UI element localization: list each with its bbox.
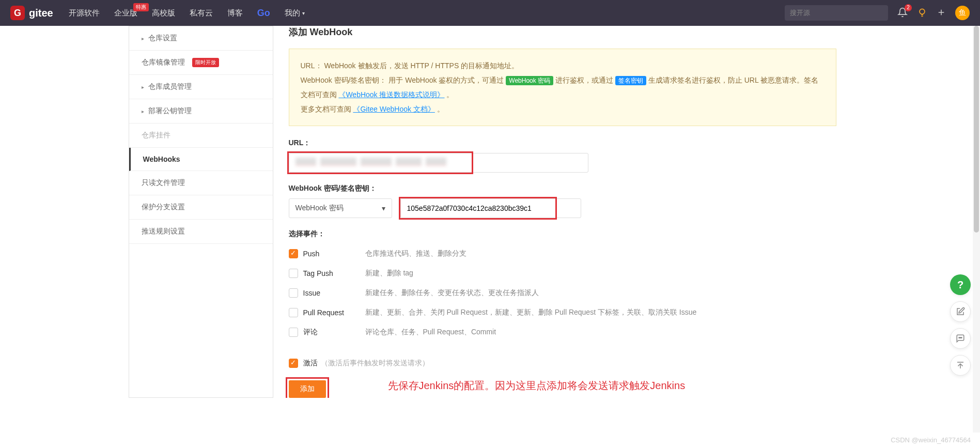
sidebar-item-protected-branches[interactable]: 保护分支设置 (129, 195, 273, 220)
sidebar-item-label: 仓库成员管理 (148, 82, 192, 91)
add-button[interactable]: 添加 (289, 380, 326, 398)
content: 添加 WebHook URL： WebHook 被触发后，发送 HTTP / H… (273, 26, 852, 398)
caret-right-icon: ▸ (142, 109, 144, 114)
plus-icon[interactable] (937, 8, 946, 19)
bell-icon[interactable]: 2 (897, 7, 908, 19)
events-label: 选择事件： (289, 229, 836, 239)
url-group: URL： (289, 138, 836, 173)
nav-enterprise-badge: 特惠 (133, 3, 149, 11)
event-name: Push (303, 250, 365, 258)
activate-row: 激活 （激活后事件触发时将发送请求） (289, 353, 836, 373)
logo[interactable]: G gitee (10, 6, 53, 20)
sidebar: ▸ 仓库设置 仓库镜像管理 限时开放 ▸ 仓库成员管理 ▸ 部署公钥管理 仓库挂… (129, 26, 273, 398)
sidebar-item-widgets[interactable]: 仓库挂件 (129, 123, 273, 148)
checkbox-activate[interactable] (289, 359, 298, 368)
search-input[interactable]: 搜开源 (785, 5, 888, 21)
info-pwd-2: 进行鉴权，或通过 (555, 76, 613, 84)
info-period: 。 (446, 90, 454, 99)
help-button[interactable]: ? (950, 274, 971, 295)
sidebar-item-label: 仓库设置 (148, 34, 177, 43)
info-url-label: URL： (301, 61, 322, 70)
nav-my[interactable]: 我的 ▾ (285, 8, 305, 18)
bulb-icon[interactable] (917, 7, 927, 19)
sidebar-item-label: 只读文件管理 (142, 178, 185, 188)
caret-down-icon: ▾ (382, 204, 385, 212)
nav-my-label: 我的 (285, 8, 300, 18)
float-buttons: ? (950, 274, 971, 376)
url-label: URL： (289, 138, 836, 148)
info-pwd-1: 用于 WebHook 鉴权的方式，可通过 (388, 76, 504, 84)
sidebar-item-label: 保护分支设置 (142, 203, 185, 212)
scrollbar-thumb[interactable] (974, 26, 979, 233)
activate-hint: （激活后事件触发时将发送请求） (321, 359, 429, 368)
event-row-tag-push: Tag Push 新建、删除 tag (289, 264, 836, 283)
sidebar-item-label: 部署公钥管理 (148, 106, 192, 116)
sidebar-item-webhooks[interactable]: WebHooks (129, 148, 273, 171)
sidebar-item-label: 仓库镜像管理 (142, 58, 185, 67)
activate-label: 激活 (303, 359, 318, 368)
sidebar-item-label: WebHooks (143, 155, 180, 163)
secret-input[interactable] (400, 198, 581, 218)
avatar[interactable]: 鱼 (955, 6, 970, 20)
comment-icon[interactable] (950, 328, 971, 349)
annotation-text: 先保存Jenkins的配置。因为这里点添加将会发送请求触发Jenkins (388, 379, 686, 393)
url-input[interactable] (289, 153, 588, 173)
info-pwd-label: WebHook 密码/签名密钥： (301, 76, 387, 84)
event-desc: 新建任务、删除任务、变更任务状态、更改任务指派人 (365, 288, 539, 298)
sidebar-item-mirror[interactable]: 仓库镜像管理 限时开放 (129, 51, 273, 75)
secret-label: WebHook 密码/签名密钥： (289, 184, 836, 193)
checkbox-tag-push[interactable] (289, 269, 298, 278)
secret-type-select[interactable]: WebHook 密码 ▾ (289, 198, 392, 218)
scrollbar[interactable] (973, 26, 980, 398)
info-period-2: 。 (437, 105, 444, 113)
event-row-pr: Pull Request 新建、更新、合并、关闭 Pull Request，新建… (289, 303, 836, 322)
nav-go[interactable]: Go (257, 8, 270, 19)
event-row-push: Push 仓库推送代码、推送、删除分支 (289, 244, 836, 264)
checkbox-push[interactable] (289, 249, 298, 258)
event-row-issue: Issue 新建任务、删除任务、变更任务状态、更改任务指派人 (289, 283, 836, 303)
checkbox-issue[interactable] (289, 288, 298, 298)
event-name: Tag Push (303, 269, 365, 277)
sidebar-item-readonly-files[interactable]: 只读文件管理 (129, 171, 273, 195)
logo-text: gitee (29, 7, 53, 19)
sidebar-item-deploy-keys[interactable]: ▸ 部署公钥管理 (129, 99, 273, 123)
nav-campus[interactable]: 高校版 (152, 8, 175, 18)
doc-link-format[interactable]: 《WebHook 推送数据格式说明》 (338, 90, 444, 99)
nav-open-source[interactable]: 开源软件 (69, 8, 100, 18)
event-desc: 评论仓库、任务、Pull Request、Commit (365, 328, 496, 337)
event-name: 评论 (303, 328, 365, 337)
caret-right-icon: ▸ (142, 36, 144, 41)
event-row-comment: 评论 评论仓库、任务、Pull Request、Commit (289, 322, 836, 342)
caret-down-icon: ▾ (302, 10, 305, 16)
secret-group: WebHook 密码/签名密钥： WebHook 密码 ▾ (289, 184, 836, 218)
sidebar-item-push-rules[interactable]: 推送规则设置 (129, 220, 273, 244)
notification-badge: 2 (905, 4, 912, 11)
info-url-tip: WebHook 被触发后，发送 HTTP / HTTPS 的目标通知地址。 (324, 61, 519, 70)
event-name: Issue (303, 289, 365, 297)
checkbox-pull-request[interactable] (289, 308, 298, 317)
event-desc: 新建、更新、合并、关闭 Pull Request，新建、更新、删除 Pull R… (365, 308, 697, 317)
svg-point-2 (960, 337, 961, 338)
back-to-top-icon[interactable] (950, 355, 971, 376)
edit-icon[interactable] (950, 301, 971, 322)
sidebar-item-repo-settings[interactable]: ▸ 仓库设置 (129, 26, 273, 51)
event-name: Pull Request (303, 308, 365, 317)
event-desc: 新建、删除 tag (365, 269, 413, 278)
nav-enterprise[interactable]: 企业版 特惠 (114, 8, 137, 18)
page-title: 添加 WebHook (289, 26, 836, 38)
doc-link-gitee[interactable]: 《Gitee WebHook 文档》 (353, 105, 434, 113)
checkbox-comment[interactable] (289, 328, 298, 337)
signature-key-tag: 签名密钥 (615, 76, 646, 85)
limited-open-badge: 限时开放 (192, 58, 219, 67)
info-box: URL： WebHook 被触发后，发送 HTTP / HTTPS 的目标通知地… (289, 49, 836, 126)
nav-private-cloud[interactable]: 私有云 (190, 8, 213, 18)
svg-point-1 (959, 337, 960, 338)
header-right: 搜开源 2 鱼 (785, 5, 970, 21)
info-more-docs: 更多文档可查阅 (301, 105, 351, 113)
event-desc: 仓库推送代码、推送、删除分支 (365, 249, 466, 258)
sidebar-item-members[interactable]: ▸ 仓库成员管理 (129, 75, 273, 99)
main: ▸ 仓库设置 仓库镜像管理 限时开放 ▸ 仓库成员管理 ▸ 部署公钥管理 仓库挂… (129, 26, 852, 398)
nav-blog[interactable]: 博客 (227, 8, 243, 18)
svg-point-0 (920, 9, 925, 14)
main-nav: 开源软件 企业版 特惠 高校版 私有云 博客 Go 我的 ▾ (69, 8, 305, 19)
